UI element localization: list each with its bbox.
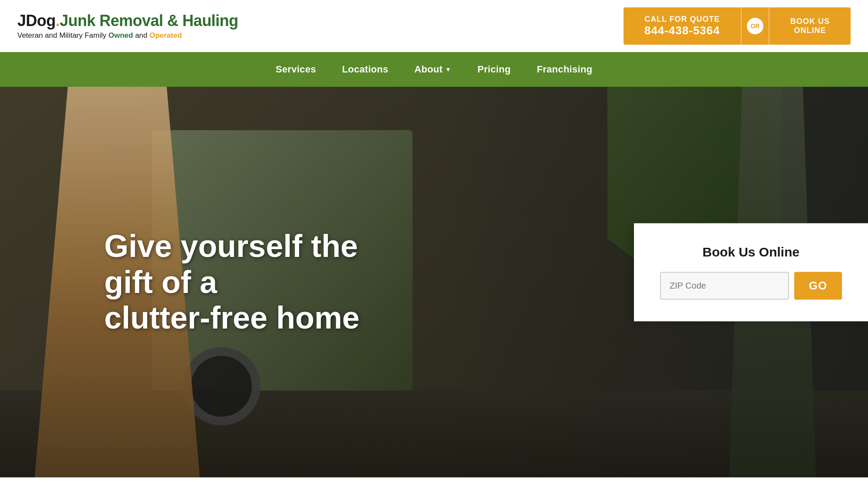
hero-headline: Give yourself the gift of a clutter-free… <box>104 228 399 336</box>
nav-item-franchising[interactable]: Franchising <box>537 64 592 75</box>
nav-link-services[interactable]: Services <box>276 64 316 75</box>
logo-brand-jdog: JDog <box>17 12 56 30</box>
book-panel-form: GO <box>660 272 842 299</box>
nav-link-locations[interactable]: Locations <box>342 64 389 75</box>
logo-subtitle-text: Veteran and Military Family <box>17 31 109 39</box>
logo-title: JDog.Junk Removal & Hauling <box>17 12 238 30</box>
logo: JDog.Junk Removal & Hauling Veteran and … <box>17 12 238 40</box>
nav-about-label: About <box>414 64 442 75</box>
page-header: JDog.Junk Removal & Hauling Veteran and … <box>0 0 868 52</box>
cta-call-label: CALL FOR QUOTE <box>644 15 720 24</box>
main-nav: Services Locations About ▼ Pricing Franc… <box>0 52 868 87</box>
cta-call[interactable]: CALL FOR QUOTE 844-438-5364 <box>624 7 741 45</box>
cta-book-line1: BOOK US <box>790 17 830 26</box>
logo-subtitle-owned: Owned <box>109 31 133 39</box>
hero-section: Give yourself the gift of a clutter-free… <box>0 87 868 477</box>
logo-subtitle-and: and <box>133 31 149 39</box>
cta-book-line2: ONLINE <box>794 26 826 35</box>
nav-link-franchising[interactable]: Franchising <box>537 64 592 75</box>
hero-content: Give yourself the gift of a clutter-free… <box>0 228 399 336</box>
hero-headline-line2: clutter-free home <box>104 300 360 335</box>
chevron-down-icon: ▼ <box>445 66 451 73</box>
hero-headline-line1: Give yourself the gift of a <box>104 229 358 299</box>
zip-code-input[interactable] <box>660 272 789 299</box>
go-button[interactable]: GO <box>794 272 842 299</box>
logo-dot: . <box>56 12 60 30</box>
nav-item-locations[interactable]: Locations <box>342 64 389 75</box>
nav-item-services[interactable]: Services <box>276 64 316 75</box>
nav-item-pricing[interactable]: Pricing <box>478 64 511 75</box>
cta-or-circle: OR <box>747 18 763 34</box>
cta-phone-number: 844-438-5364 <box>644 24 720 37</box>
book-online-panel: Book Us Online GO <box>634 223 868 321</box>
logo-subtitle: Veteran and Military Family Owned and Op… <box>17 31 238 40</box>
cta-or-divider: OR <box>741 7 769 45</box>
cta-book-button[interactable]: BOOK US ONLINE <box>769 7 851 45</box>
nav-item-about[interactable]: About ▼ <box>414 64 451 75</box>
nav-link-about[interactable]: About ▼ <box>414 64 451 75</box>
logo-brand-rest: Junk Removal & Hauling <box>60 12 238 30</box>
book-panel-title: Book Us Online <box>660 245 842 260</box>
nav-link-pricing[interactable]: Pricing <box>478 64 511 75</box>
logo-subtitle-operated: Operated <box>149 31 182 39</box>
nav-list: Services Locations About ▼ Pricing Franc… <box>276 64 592 75</box>
header-cta-block: CALL FOR QUOTE 844-438-5364 OR BOOK US O… <box>624 7 851 45</box>
